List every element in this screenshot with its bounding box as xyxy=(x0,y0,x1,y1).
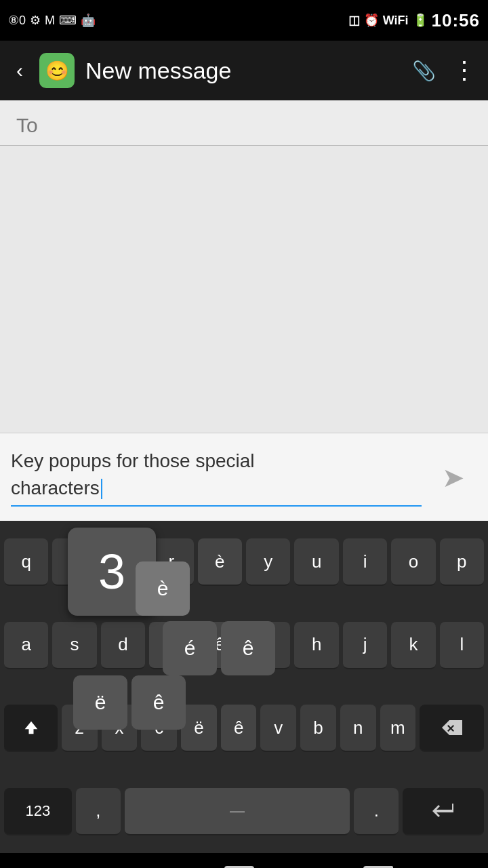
status-icon-wifi: WiFi xyxy=(383,14,409,28)
keyboard-row-2: a s d é ê g h j k l xyxy=(0,604,488,688)
key-n[interactable]: n xyxy=(340,705,376,752)
key-e-circ-row2[interactable]: ê xyxy=(221,705,257,752)
key-period[interactable]: . xyxy=(354,788,399,835)
key-e-grave[interactable]: è xyxy=(198,538,242,586)
key-space[interactable]: — xyxy=(125,788,350,835)
key-i[interactable]: i xyxy=(343,538,387,586)
key-u[interactable]: u xyxy=(294,538,338,586)
toolbar-actions: 📎 ⋮ xyxy=(412,56,477,85)
more-icon[interactable]: ⋮ xyxy=(452,56,477,85)
key-g[interactable]: g xyxy=(246,622,290,669)
key-c[interactable]: c xyxy=(141,705,177,752)
key-e-uml-row[interactable]: ë xyxy=(181,705,217,752)
key-e-acute[interactable]: é xyxy=(149,622,193,669)
message-input-wrap[interactable]: Key popups for those specialcharacters xyxy=(11,448,422,506)
key-123[interactable]: 123 xyxy=(4,788,72,835)
page-title: New message xyxy=(85,58,401,84)
status-icon-keyboard: ⌨ xyxy=(59,13,77,28)
key-w[interactable]: w xyxy=(52,538,96,586)
key-y[interactable]: y xyxy=(246,538,290,586)
text-cursor xyxy=(101,479,102,499)
key-enter[interactable] xyxy=(403,788,484,835)
to-field[interactable]: To xyxy=(0,100,488,146)
key-a[interactable]: a xyxy=(4,622,48,669)
key-comma[interactable]: , xyxy=(76,788,121,835)
key-j[interactable]: j xyxy=(343,622,387,669)
input-area: Key popups for those specialcharacters ➤ xyxy=(0,433,488,521)
send-icon: ➤ xyxy=(442,462,465,493)
key-d[interactable]: d xyxy=(101,622,145,669)
message-input-text[interactable]: Key popups for those specialcharacters xyxy=(11,448,422,500)
key-p[interactable]: p xyxy=(440,538,484,586)
status-bar: ⑧0 ⚙ M ⌨ 🤖 ◫ ⏰ WiFi 🔋 10:56 xyxy=(0,0,488,41)
key-v[interactable]: v xyxy=(260,705,296,752)
key-shift[interactable] xyxy=(4,705,58,752)
space-label: — xyxy=(230,802,245,820)
key-l[interactable]: l xyxy=(440,622,484,669)
status-time: 10:56 xyxy=(432,10,481,31)
keyboard: 3 è é ê ë ê q w e r è y u i o p a s d é xyxy=(0,521,488,853)
key-q[interactable]: q xyxy=(4,538,48,586)
key-e-circ-row[interactable]: ê xyxy=(198,622,242,669)
key-o[interactable]: o xyxy=(391,538,435,586)
key-x[interactable]: x xyxy=(102,705,138,752)
status-icon-80: ⑧0 xyxy=(8,13,26,28)
logo-icon: 😊 xyxy=(45,60,69,82)
status-icon-gmail: M xyxy=(45,14,55,28)
status-icons-right: ◫ ⏰ WiFi 🔋 10:56 xyxy=(348,10,480,31)
message-area: To xyxy=(0,100,488,433)
status-icon-alarm: ⏰ xyxy=(364,13,379,28)
key-s[interactable]: s xyxy=(52,622,96,669)
attach-icon[interactable]: 📎 xyxy=(412,60,436,82)
status-icon-android: 🤖 xyxy=(81,13,96,28)
toolbar: ‹ 😊 New message 📎 ⋮ xyxy=(0,41,488,100)
send-button[interactable]: ➤ xyxy=(430,454,477,501)
bottom-nav: ⌄ xyxy=(0,853,488,868)
key-k[interactable]: k xyxy=(391,622,435,669)
key-h[interactable]: h xyxy=(294,622,338,669)
key-z[interactable]: z xyxy=(62,705,98,752)
key-e[interactable]: e xyxy=(101,538,145,586)
keyboard-row-3: z x c ë ê v b n m xyxy=(0,687,488,770)
key-m[interactable]: m xyxy=(380,705,416,752)
to-label: To xyxy=(16,114,38,136)
status-icons-left: ⑧0 ⚙ M ⌨ 🤖 xyxy=(8,13,96,28)
app-logo: 😊 xyxy=(39,53,75,88)
key-b[interactable]: b xyxy=(300,705,336,752)
message-body[interactable] xyxy=(0,146,488,433)
keyboard-row-4: 123 , — . xyxy=(0,770,488,854)
status-icon-settings: ⚙ xyxy=(30,13,41,28)
back-icon: ‹ xyxy=(16,59,23,81)
key-backspace[interactable] xyxy=(420,705,484,752)
back-button[interactable]: ‹ xyxy=(11,54,28,87)
keyboard-row-1: q w e r è y u i o p xyxy=(0,521,488,604)
status-icon-battery: 🔋 xyxy=(413,13,428,28)
input-underline xyxy=(11,505,422,507)
key-r[interactable]: r xyxy=(149,538,193,586)
status-icon-signal: ◫ xyxy=(348,13,360,28)
